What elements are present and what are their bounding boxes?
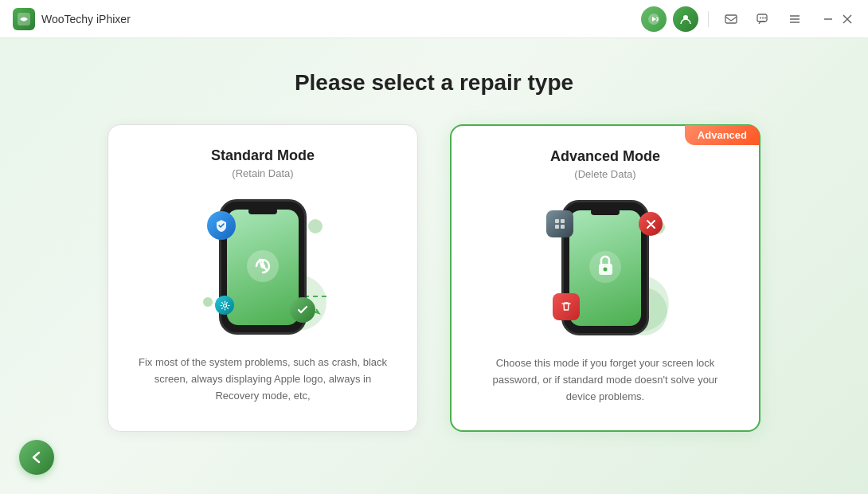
- minimize-button[interactable]: [820, 11, 836, 27]
- advanced-badge: Advanced: [685, 125, 760, 145]
- svg-rect-21: [561, 225, 565, 229]
- titlebar: WooTechy iPhixer: [0, 0, 868, 38]
- shield-icon: [207, 211, 236, 240]
- window-controls: [820, 11, 855, 27]
- standard-mode-card[interactable]: Standard Mode (Retain Data): [108, 124, 418, 432]
- advanced-mode-card[interactable]: Advanced Advanced Mode (Delete Data): [450, 124, 760, 432]
- standard-screen-icon: [245, 249, 281, 292]
- titlebar-left: WooTechy iPhixer: [13, 8, 131, 30]
- standard-mode-description: Fix most of the system problems, such as…: [137, 355, 389, 404]
- delete-icon: [639, 212, 663, 236]
- page-title: Please select a repair type: [295, 70, 573, 96]
- standard-phone-illustration: [199, 195, 326, 339]
- back-button[interactable]: [19, 440, 54, 475]
- svg-point-5: [760, 17, 761, 18]
- standard-mode-subtitle: (Retain Data): [232, 167, 293, 179]
- svg-rect-19: [561, 219, 565, 223]
- app-icon: [546, 210, 573, 237]
- blob-2: [308, 219, 323, 233]
- svg-point-14: [223, 304, 226, 307]
- blob-3: [203, 297, 213, 307]
- advanced-mode-title: Advanced Mode: [550, 148, 660, 165]
- svg-rect-20: [555, 225, 559, 229]
- advanced-mode-subtitle: (Delete Data): [574, 168, 635, 180]
- check-icon: [290, 297, 315, 323]
- separator: [708, 11, 709, 27]
- app-title: WooTechy iPhixer: [41, 13, 131, 25]
- user-button[interactable]: [673, 6, 698, 32]
- trash-icon: [553, 293, 580, 320]
- svg-point-24: [603, 268, 607, 272]
- chat-button[interactable]: [750, 6, 776, 32]
- music-button[interactable]: [641, 6, 667, 32]
- svg-point-6: [762, 17, 764, 18]
- svg-rect-18: [555, 219, 559, 223]
- cards-container: Standard Mode (Retain Data): [76, 124, 792, 432]
- advanced-mode-description: Choose this mode if you forget your scre…: [480, 355, 730, 405]
- adv-phone-notch: [591, 209, 620, 215]
- advanced-phone-screen: [569, 210, 641, 326]
- phone-notch: [248, 208, 277, 214]
- svg-rect-3: [725, 15, 737, 23]
- titlebar-right: [641, 6, 855, 32]
- standard-phone-screen: [227, 210, 299, 325]
- svg-point-7: [764, 17, 766, 18]
- menu-button[interactable]: [782, 6, 807, 32]
- main-content: Please select a repair type Standard Mod…: [0, 38, 868, 494]
- close-button[interactable]: [839, 11, 855, 27]
- advanced-screen-icon: [588, 249, 624, 292]
- app-logo: [13, 8, 35, 30]
- mail-button[interactable]: [718, 6, 744, 32]
- standard-mode-title: Standard Mode: [211, 147, 315, 164]
- advanced-phone-illustration: [542, 196, 669, 339]
- settings-icon: [215, 296, 234, 315]
